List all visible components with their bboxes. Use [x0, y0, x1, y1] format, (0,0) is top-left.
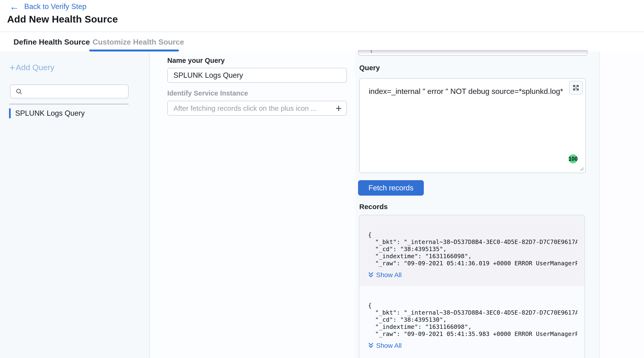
query-records-column: Query index=_internal " error " NOT debu… — [355, 51, 600, 358]
record-json-line: "_raw": "09-09-2021 05:41:36.019 +0000 E… — [368, 260, 577, 267]
record-json-line: { — [368, 302, 577, 309]
record-json-line: "_indextime": "1631166098", — [368, 323, 577, 331]
selected-query-indicator — [9, 108, 11, 118]
plus-icon: + — [10, 63, 15, 72]
query-text: index=_internal " error " NOT debug sour… — [369, 87, 563, 96]
record-json-line: "_cd": "38:4395130", — [368, 316, 577, 323]
query-editor[interactable]: index=_internal " error " NOT debug sour… — [359, 78, 586, 173]
fetch-records-button[interactable]: Fetch records — [358, 180, 424, 196]
records-panel: { "_bkt": "_internal~38~D537D8B4-3EC0-4D… — [359, 215, 585, 358]
truncated-text-artifact — [371, 50, 372, 53]
tab-customize-health-source[interactable]: Customize Health Source — [92, 38, 184, 46]
records-label: Records — [359, 203, 388, 211]
record-card: { "_bkt": "_internal~38~D537D8B4-3EC0-4D… — [359, 286, 584, 358]
record-card: { "_bkt": "_internal~38~D537D8B4-3EC0-4D… — [359, 215, 584, 286]
active-tab-underline — [89, 49, 179, 51]
query-name-input[interactable] — [167, 68, 347, 83]
service-instance-field: + — [167, 101, 347, 116]
tab-bar: Define Health Source Customize Health So… — [0, 31, 644, 51]
sidebar-item-splunk-logs-query[interactable]: SPLUNK Logs Query — [9, 108, 137, 119]
tab-define-health-source[interactable]: Define Health Source — [14, 38, 90, 46]
textarea-resize-grip[interactable] — [579, 166, 584, 172]
double-chevron-down-icon — [368, 272, 374, 278]
record-json-line: { — [368, 231, 577, 239]
app-header: ← Back to Verify Step Add New Health Sou… — [0, 0, 644, 31]
query-search-box — [10, 84, 128, 98]
content-area: + Add Query SPLUNK Logs Query Name your … — [0, 51, 644, 358]
record-json-line: "_raw": "09-09-2021 05:41:35.983 +0000 E… — [368, 331, 577, 338]
show-all-link[interactable]: Show All — [368, 342, 577, 357]
query-form-column: Name your Query Identify Service Instanc… — [150, 51, 355, 358]
expand-icon — [572, 84, 580, 92]
record-json-line: "_cd": "38:4395135", — [368, 246, 577, 253]
record-count-badge: 100 — [568, 154, 578, 163]
query-label: Query — [359, 64, 380, 72]
double-chevron-down-icon — [368, 343, 374, 349]
record-json-line: "_bkt": "_internal~38~D537D8B4-3EC0-4D5E… — [368, 309, 577, 316]
show-all-label: Show All — [376, 271, 402, 279]
back-arrow-icon: ← — [10, 3, 19, 10]
search-icon — [15, 88, 23, 95]
record-json-line: "_indextime": "1631166098", — [368, 253, 577, 260]
back-link-label: Back to Verify Step — [24, 2, 86, 11]
expand-query-button[interactable] — [569, 81, 583, 95]
record-json-line: "_bkt": "_internal~38~D537D8B4-3EC0-4D5E… — [368, 239, 577, 246]
query-search-input[interactable] — [26, 87, 121, 95]
sidebar-divider — [9, 104, 128, 104]
query-item-label: SPLUNK Logs Query — [15, 109, 85, 118]
add-service-instance-plus-icon[interactable]: + — [336, 104, 342, 113]
page-title: Add New Health Source — [7, 14, 118, 25]
right-edge-area — [600, 51, 644, 358]
service-instance-input[interactable] — [174, 104, 336, 112]
query-sidebar: + Add Query SPLUNK Logs Query — [0, 51, 150, 358]
truncated-input[interactable] — [358, 50, 588, 56]
back-to-verify-link[interactable]: ← Back to Verify Step — [10, 2, 86, 11]
identify-service-instance-label: Identify Service Instance — [167, 89, 248, 97]
add-query-label: Add Query — [16, 63, 54, 72]
name-your-query-label: Name your Query — [167, 57, 225, 64]
show-all-link[interactable]: Show All — [368, 271, 577, 286]
add-query-button[interactable]: + Add Query — [10, 63, 54, 72]
show-all-label: Show All — [376, 342, 402, 350]
